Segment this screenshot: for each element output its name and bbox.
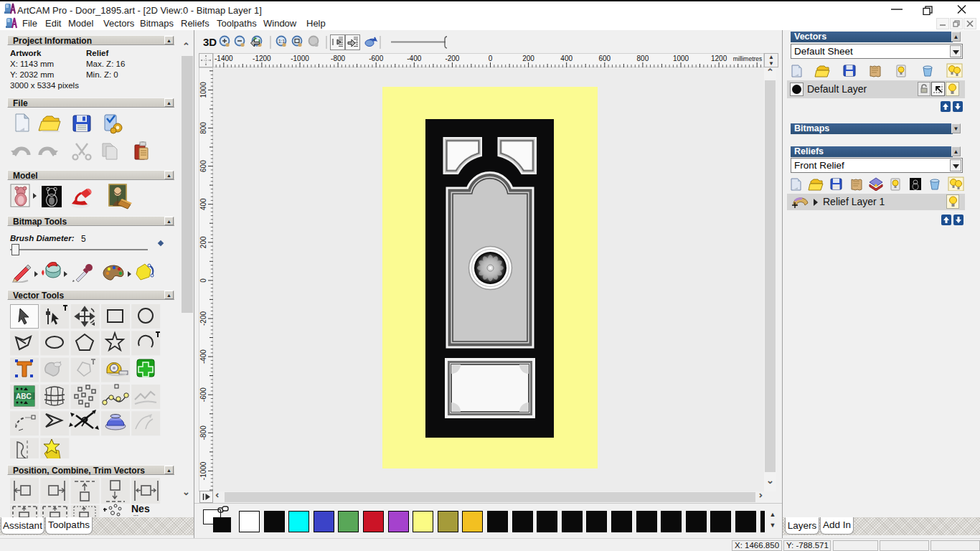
svg-text:400: 400 (199, 198, 207, 210)
svg-text:millimetres: millimetres (733, 55, 763, 62)
svg-text:-1200: -1200 (253, 55, 271, 62)
svg-text:1200: 1200 (711, 55, 727, 62)
svg-text:-400: -400 (407, 55, 421, 62)
svg-text:-200: -200 (445, 55, 459, 62)
svg-text:-1000: -1000 (199, 461, 207, 480)
svg-text:-600: -600 (369, 55, 383, 62)
svg-text:800: 800 (199, 122, 207, 134)
svg-text:200: 200 (522, 55, 534, 62)
svg-text:200: 200 (199, 236, 207, 248)
svg-text:-1000: -1000 (291, 55, 309, 62)
svg-text:-400: -400 (199, 349, 207, 364)
svg-text:-200: -200 (199, 311, 207, 326)
svg-text:-800: -800 (331, 55, 345, 62)
svg-text:1000: 1000 (673, 55, 689, 62)
svg-text:-1400: -1400 (215, 55, 233, 62)
svg-text:400: 400 (560, 55, 573, 62)
svg-text:1000: 1000 (199, 82, 207, 98)
svg-text:600: 600 (199, 160, 207, 172)
svg-text:ABC: ABC (16, 392, 32, 400)
svg-text:600: 600 (598, 55, 611, 62)
svg-text:800: 800 (637, 55, 649, 62)
svg-text:-800: -800 (199, 425, 207, 440)
svg-text:0: 0 (489, 55, 493, 62)
svg-text:0: 0 (199, 278, 207, 283)
svg-text:-600: -600 (199, 387, 207, 402)
